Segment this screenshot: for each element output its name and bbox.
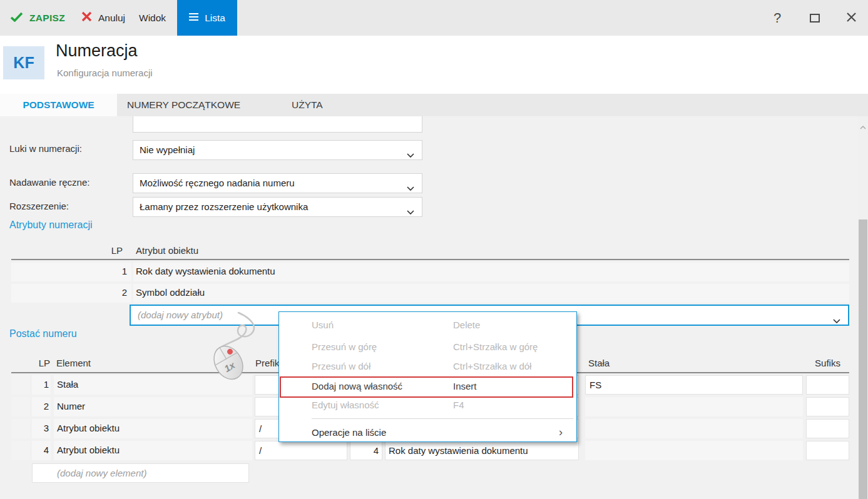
tab-uzyta[interactable]: UŻYTA (292, 94, 323, 116)
row-constant-cell[interactable] (585, 419, 803, 438)
table-row[interactable]: 2 Symbol oddziału (11, 284, 849, 303)
tab-bar: PODSTAWOWE NUMERY POCZĄTKOWE UŻYTA (0, 94, 868, 116)
column-header-lp: LP (31, 358, 50, 368)
menu-shortcut: F4 (453, 400, 464, 410)
view-label: Widok (139, 13, 166, 24)
row-attribute: Rok daty wystawienia dokumentu (136, 266, 275, 276)
row-selector (11, 397, 30, 416)
select-luki-value: Nie wypełniaj (140, 144, 195, 155)
list-label: Lista (205, 13, 225, 24)
maximize-button[interactable] (805, 9, 824, 28)
row-lp: 2 (105, 287, 127, 298)
save-label: ZAPISZ (29, 13, 65, 24)
mouse-click-annotation: 1x (197, 310, 278, 384)
section-link-postac[interactable]: Postać numeru (9, 328, 77, 340)
select-rozszerzenie-value: Łamany przez rozszerzenie użytkownika (140, 201, 308, 212)
maximize-icon (810, 14, 820, 23)
select-rozszerzenie[interactable]: Łamany przez rozszerzenie użytkownika (133, 197, 422, 217)
chevron-down-icon (407, 182, 414, 193)
header-band: KF Numeracja Konfiguracja numeracji (0, 36, 868, 94)
menu-item-przesun-w-gore[interactable]: Przesuń w górę Ctrl+Strzałka w górę (279, 341, 576, 359)
menu-separator (312, 418, 573, 419)
window-controls: ? (768, 0, 868, 36)
field-label-nadawanie: Nadawanie ręczne: (9, 177, 89, 188)
cancel-button[interactable]: Anuluj (81, 0, 125, 36)
tab-numery-poczatkowe[interactable]: NUMERY POCZĄTKOWE (127, 94, 240, 116)
close-button[interactable] (842, 9, 860, 28)
menu-shortcut: Ctrl+Strzałka w górę (453, 341, 538, 352)
row-suffix-cell[interactable] (806, 441, 849, 460)
row-element: Atrybut obiektu (54, 441, 252, 460)
row-attr-lp-cell[interactable]: 4 (350, 441, 382, 460)
row-element: Atrybut obiektu (54, 419, 252, 438)
row-suffix-cell[interactable] (806, 375, 849, 395)
row-attribute: Symbol oddziału (136, 287, 205, 298)
row-selector (11, 419, 30, 438)
hamburger-icon (189, 13, 198, 24)
page-subtitle: Konfiguracja numeracji (57, 68, 153, 78)
module-badge: KF (3, 46, 44, 79)
scrollbar-thumb[interactable] (859, 219, 867, 499)
chevron-down-icon (833, 315, 840, 325)
table-row[interactable]: 1 Rok daty wystawienia dokumentu (11, 263, 849, 281)
table-row[interactable]: 4 Atrybut obiektu / 4 Rok daty wystawien… (11, 441, 849, 460)
help-button[interactable]: ? (768, 9, 787, 28)
row-lp: 4 (32, 441, 51, 460)
row-constant-cell[interactable] (585, 397, 803, 416)
column-header-atrybut: Atrybut obiektu (136, 245, 198, 256)
row-lp: 3 (32, 419, 51, 438)
row-lp: 1 (105, 266, 127, 276)
row-attribute-cell[interactable]: Rok daty wystawienia dokumentu (385, 441, 579, 460)
mouse-icon: 1x (197, 310, 278, 382)
field-label-rozszerzenie: Rozszerzenie: (9, 201, 69, 211)
column-header-element: Element (56, 358, 91, 368)
menu-shortcut: Delete (453, 320, 480, 330)
select-nadawanie-value: Możliwość ręcznego nadania numeru (140, 178, 295, 188)
row-constant-cell[interactable] (585, 441, 803, 460)
chevron-up-icon (860, 121, 866, 131)
view-button[interactable]: Widok (139, 0, 166, 36)
list-button[interactable]: Lista (177, 0, 237, 36)
toolbar: ZAPISZ Anuluj Widok Lista ? (0, 0, 868, 36)
scrollbar[interactable] (858, 116, 868, 499)
row-suffix-cell[interactable] (806, 419, 849, 438)
tab-podstawowe[interactable]: PODSTAWOWE (0, 94, 117, 116)
close-icon (846, 12, 857, 24)
column-header-sufiks: Sufiks (806, 358, 849, 368)
submenu-arrow-icon: › (559, 426, 563, 439)
save-button[interactable]: ZAPISZ (10, 0, 65, 36)
help-icon: ? (774, 10, 781, 26)
field-label-luki: Luki w numeracji: (9, 143, 82, 154)
column-header-stala: Stała (588, 358, 610, 368)
table-header-line (11, 259, 849, 260)
row-lp: 1 (32, 375, 51, 395)
add-element-row[interactable]: (dodaj nowy element) (32, 463, 249, 483)
highlight-box (280, 376, 573, 398)
column-header-lp: LP (100, 245, 123, 256)
select-nadawanie[interactable]: Możliwość ręcznego nadania numeru (133, 173, 422, 193)
chevron-down-icon (407, 149, 414, 159)
scroll-up-button[interactable] (858, 120, 868, 131)
menu-item-usun[interactable]: Usuń Delete (279, 320, 576, 337)
x-icon (81, 11, 92, 24)
row-lp: 2 (32, 397, 51, 416)
clipped-dropdown[interactable] (133, 116, 422, 133)
row-element: Numer (54, 397, 252, 416)
select-luki[interactable]: Nie wypełniaj (133, 140, 422, 160)
row-selector (11, 375, 30, 395)
row-suffix-cell[interactable] (806, 397, 849, 416)
cancel-label: Anuluj (98, 13, 125, 24)
row-selector (11, 441, 30, 460)
check-icon (10, 12, 23, 24)
application-window: ZAPISZ Anuluj Widok Lista ? (0, 0, 868, 499)
menu-item-przesun-w-dol[interactable]: Przesuń w dół Ctrl+Strzałka w dół (279, 361, 576, 378)
menu-item-operacje-na-liscie[interactable]: Operacje na liście › (279, 426, 576, 441)
row-prefix-cell[interactable]: / (255, 441, 347, 460)
menu-shortcut: Ctrl+Strzałka w dół (453, 361, 531, 371)
section-link-atrybuty[interactable]: Atrybuty numeracji (9, 219, 93, 231)
row-constant-cell[interactable]: FS (585, 375, 803, 395)
chevron-down-icon (407, 206, 414, 216)
menu-item-edytuj-wlasnosc[interactable]: Edytuj własność F4 (279, 400, 576, 417)
page-title: Numeracja (56, 41, 138, 61)
